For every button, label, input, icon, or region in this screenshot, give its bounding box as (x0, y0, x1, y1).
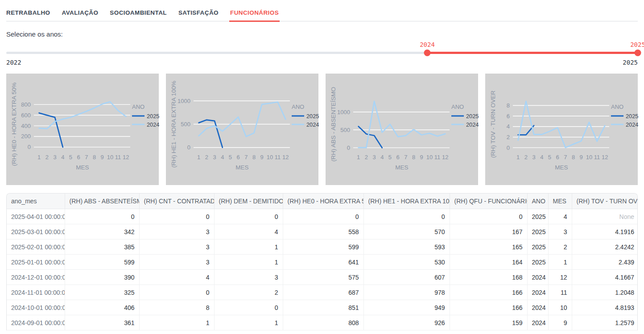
table-cell: 167 (450, 224, 527, 239)
svg-text:4: 4 (507, 123, 510, 130)
svg-text:5: 5 (69, 154, 72, 161)
svg-text:ANO: ANO (451, 103, 464, 110)
svg-text:12: 12 (602, 154, 608, 161)
table-cell: 4 (139, 270, 214, 285)
svg-text:12: 12 (282, 154, 289, 161)
table-cell: 978 (363, 285, 450, 300)
table-cell: 8 (139, 300, 214, 315)
tab-avaliacao[interactable]: AVALIAÇÃO (62, 9, 99, 21)
table-cell: 0 (65, 209, 139, 224)
tab-satisfacao[interactable]: SATISFAÇÃO (178, 9, 219, 21)
table-cell: 1 (214, 239, 283, 255)
table-cell: 2025-03-01 00:00:00 (7, 224, 65, 239)
svg-text:MES: MES (76, 164, 89, 171)
svg-text:MES: MES (555, 164, 568, 171)
chart-rh-abs-absenteismo[interactable]: 05001000123456789101112MES(RH) ABS - ABS… (326, 74, 478, 185)
svg-text:6: 6 (237, 154, 240, 161)
column-header-rh-tov-turn-over: (RH) TOV - TURN OVER (572, 194, 638, 209)
svg-text:(RH) ABS - ABSENTEÍSMO: (RH) ABS - ABSENTEÍSMO (330, 87, 337, 161)
table-cell: 361 (65, 315, 139, 330)
svg-text:9: 9 (101, 154, 104, 161)
tab-socioambiental[interactable]: SOCIOAMBIENTAL (110, 9, 167, 21)
svg-text:3: 3 (53, 154, 56, 161)
table-cell: 3 (139, 255, 214, 270)
svg-text:12: 12 (442, 154, 448, 161)
table-cell: 11 (548, 285, 572, 300)
svg-text:10: 10 (267, 154, 273, 161)
svg-text:4: 4 (221, 154, 224, 161)
table-cell: 2024-12-01 00:00:00 (7, 270, 65, 285)
table-cell: 164 (450, 255, 527, 270)
tab-retrabalho[interactable]: RETRABALHO (6, 9, 50, 21)
table-cell: 575 (283, 270, 363, 285)
svg-text:2: 2 (45, 154, 49, 161)
table-cell: 4.1667 (572, 270, 638, 285)
column-header-rh-he1-hora-extra-100: (RH) HE1 - HORA EXTRA 100% (363, 194, 450, 209)
tab-bar: RETRABALHOAVALIAÇÃOSOCIOAMBIENTALSATISFA… (6, 0, 638, 21)
svg-text:7: 7 (244, 154, 248, 161)
tab-funcionarios[interactable]: FUNCIONÁRIOS (230, 9, 279, 21)
table-cell: 2025-04-01 00:00:00 (7, 209, 65, 224)
slider-handle-start[interactable] (424, 49, 431, 56)
table-cell: 2025 (527, 255, 548, 270)
svg-text:400: 400 (21, 123, 31, 129)
table-cell: 851 (283, 300, 363, 315)
column-header-rh-dem-demitidos: (RH) DEM - DEMITIDOS (214, 194, 283, 209)
employees-table: ano_mes(RH) ABS - ABSENTEÍSMO(RH) CNT - … (7, 194, 638, 330)
svg-text:9: 9 (580, 154, 583, 161)
svg-text:3: 3 (372, 154, 376, 161)
slider-min-mark: 2022 (6, 59, 21, 66)
table-cell: 1 (214, 255, 283, 270)
table-cell: 593 (363, 239, 450, 255)
svg-text:MES: MES (235, 164, 248, 171)
svg-text:3: 3 (213, 154, 216, 161)
table-cell: 4.1916 (572, 224, 638, 239)
chart-rh-tov-turn-over[interactable]: 02468123456789101112MES(RH) TOV - TURN O… (485, 74, 638, 185)
table-cell: 570 (363, 224, 450, 239)
svg-text:8: 8 (252, 154, 256, 161)
table-cell: 599 (283, 239, 363, 255)
svg-text:2024: 2024 (306, 121, 319, 128)
svg-text:10: 10 (586, 154, 592, 161)
svg-text:11: 11 (115, 154, 121, 161)
svg-text:7: 7 (404, 154, 407, 161)
table-row: 2025-03-01 00:00:0034234558570167202534.… (7, 224, 638, 239)
svg-text:6: 6 (507, 113, 510, 120)
table-cell: 0 (363, 209, 450, 224)
table-cell: 2 (214, 285, 283, 300)
table-cell: 4 (214, 224, 283, 239)
table-cell: 2024 (527, 270, 548, 285)
svg-text:(RH) HE0 - HORA EXTRA 50%: (RH) HE0 - HORA EXTRA 50% (11, 82, 17, 166)
table-cell: 168 (450, 270, 527, 285)
slider-selected-range[interactable] (427, 52, 638, 54)
table-cell: 687 (283, 285, 363, 300)
svg-text:2: 2 (524, 154, 528, 161)
table-cell: 406 (65, 300, 139, 315)
svg-text:200: 200 (21, 133, 31, 140)
table-cell: 2024-11-01 00:00:00 (7, 285, 65, 300)
chart-rh-he0-hora-extra-50[interactable]: 0200400600800123456789101112MES(RH) HE0 … (6, 74, 159, 185)
table-cell: 12 (548, 270, 572, 285)
svg-text:8: 8 (572, 154, 575, 161)
chart-rh-he1-hora-extra-100[interactable]: 05001000123456789101112MES(RH) HE1 - HOR… (166, 74, 318, 185)
table-cell: 2024-09-01 00:00:00 (7, 315, 65, 330)
table-cell: 530 (363, 255, 450, 270)
svg-text:11: 11 (594, 154, 600, 161)
table-cell: 2025-02-01 00:00:00 (7, 239, 65, 255)
svg-text:5: 5 (548, 154, 551, 161)
svg-text:2025: 2025 (306, 113, 319, 120)
table-cell: 0 (214, 209, 283, 224)
column-header-ano-mes: ano_mes (7, 194, 65, 209)
table-cell: 2024 (527, 315, 548, 330)
svg-text:1: 1 (516, 154, 520, 161)
svg-text:2024: 2024 (626, 121, 638, 128)
table-cell: 385 (65, 239, 139, 255)
slider-handle-end[interactable] (635, 49, 641, 56)
table-cell: 2025 (527, 224, 548, 239)
year-range-slider[interactable]: 2024 2025 2022 2025 (6, 39, 638, 68)
column-header-rh-cnt-contratados: (RH) CNT - CONTRATADOS (139, 194, 214, 209)
table-cell: 2024 (527, 285, 548, 300)
table-cell: 159 (450, 315, 527, 330)
table-cell: None (572, 209, 638, 224)
svg-text:8: 8 (93, 154, 96, 161)
